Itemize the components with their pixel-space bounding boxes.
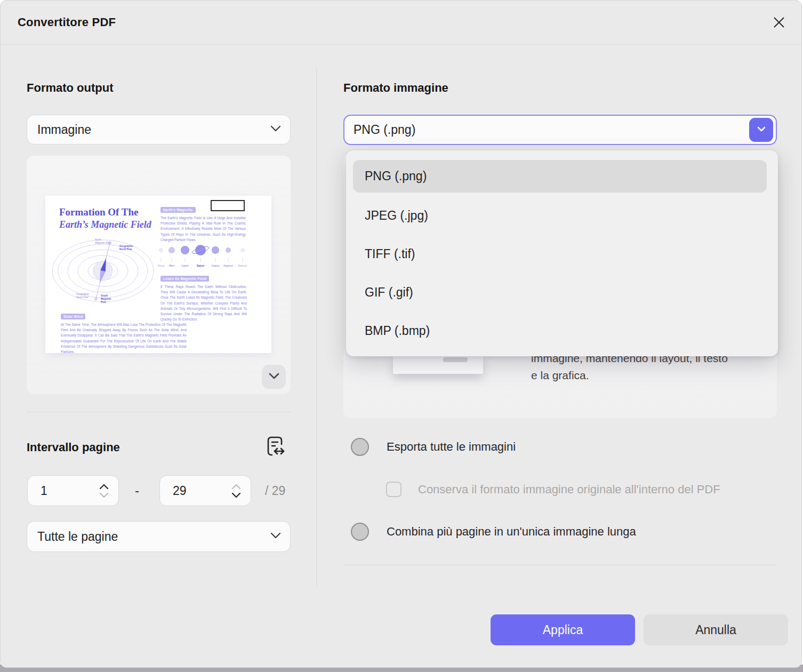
dropdown-option-tiff[interactable]: TIFF (.tif) [353, 238, 767, 270]
planet-label: Mercury [238, 265, 247, 267]
output-format-heading: Formato output [27, 81, 114, 95]
image-format-value: PNG (.png) [344, 123, 415, 137]
column-divider [316, 67, 317, 587]
pages-mode-value: Tutte le pagine [27, 530, 118, 544]
dialog-title: Convertitore PDF [18, 15, 116, 29]
preview-paragraph: If These Rays Reach The Earth Without Ob… [160, 284, 247, 322]
planet-label: Venus [158, 265, 165, 267]
planet-label: Uranus [212, 265, 220, 267]
output-format-select[interactable]: Immagine [27, 115, 291, 145]
right-section-divider [343, 565, 777, 565]
spinner-down-icon[interactable] [231, 492, 241, 498]
radio-label: Esporta tutte le immagini [387, 440, 516, 454]
page-illustration [393, 354, 483, 374]
preview-doc-subtitle: Earth’s Magnetic Field [59, 219, 151, 230]
range-from-value: 1 [28, 484, 99, 498]
chevron-down-icon [268, 372, 280, 381]
page-range-icon [264, 453, 285, 461]
pdf-converter-dialog: Convertitore PDF Formato output Immagine… [0, 0, 802, 668]
range-separator: - [135, 483, 139, 498]
keep-original-format-option: Conserva il formato immagine originale a… [386, 482, 720, 497]
preview-doc-title: Formation Of The [59, 206, 138, 218]
planets-illustration: Venus Mars Jupiter Saturn Uranus Neptune… [154, 242, 252, 269]
close-icon [771, 24, 787, 32]
format-description-line: e la grafica. [531, 367, 766, 384]
close-button[interactable] [770, 14, 788, 31]
dropdown-option-png[interactable]: PNG (.png) [353, 160, 767, 193]
pages-mode-select[interactable]: Tutte le pagine [27, 521, 291, 552]
checkbox-keep-original-format[interactable] [386, 482, 402, 497]
output-format-value: Immagine [27, 123, 91, 137]
image-format-dropdown-button[interactable] [749, 118, 773, 142]
pdf-page-preview: Formation Of The Earth’s Magnetic Field … [45, 196, 271, 353]
preview-selection-box [211, 200, 245, 211]
apply-button[interactable]: Applica [491, 614, 635, 645]
range-total-pages: / 29 [265, 484, 285, 498]
illustration-bar [443, 357, 468, 362]
diagram-label: South Magnetic Pole [101, 294, 111, 305]
combine-pages-option: Combina più pagine in un'unica immagine … [351, 523, 636, 541]
radio-export-all-images[interactable] [351, 438, 369, 456]
image-format-heading: Formato immagine [343, 81, 448, 95]
range-to-value: 29 [160, 484, 231, 498]
image-format-select[interactable]: PNG (.png) [343, 115, 777, 145]
dropdown-option-bmp[interactable]: BMP (.bmp) [353, 315, 767, 347]
export-all-images-option: Esporta tutte le immagini [351, 438, 516, 456]
chevron-down-icon [270, 125, 282, 134]
preview-section-badge: Solar Wind [61, 314, 85, 319]
image-format-dropdown: PNG (.png) JPEG (.jpg) TIFF (.tif) GIF (… [346, 150, 778, 356]
radio-combine-pages[interactable] [351, 523, 369, 541]
spinner-up-icon[interactable] [231, 484, 241, 490]
chevron-down-icon [757, 126, 766, 134]
range-to-input[interactable]: 29 [159, 475, 251, 506]
planet-label: Saturn [197, 265, 205, 267]
cancel-button[interactable]: Annulla [644, 614, 788, 645]
page-range-button[interactable] [264, 435, 285, 459]
preview-next-page-button[interactable] [262, 365, 286, 389]
planet-label: Mars [169, 265, 175, 267]
preview-section-badge: Loses Its Magnetic Field [160, 276, 209, 282]
planet-label: Neptune [223, 265, 233, 267]
preview-paragraph: At The Same Time, The Atmosphere Will Al… [61, 322, 187, 355]
preview-section-badge: Earth's Magnetic [160, 207, 196, 213]
diagram-label: North Magnetic Pole [95, 238, 110, 245]
diagram-label: Geographic South Pole [76, 293, 89, 299]
title-bar: Convertitore PDF [1, 1, 801, 45]
dropdown-option-gif[interactable]: GIF (.gif) [353, 276, 767, 309]
chevron-down-icon [270, 532, 282, 541]
planet-label: Jupiter [181, 265, 189, 267]
radio-label: Combina più pagine in un'unica immagine … [387, 525, 636, 539]
spinner-down-icon[interactable] [99, 492, 109, 498]
page-range-heading: Intervallo pagine [27, 441, 120, 454]
checkbox-label: Conserva il formato immagine originale a… [418, 483, 720, 497]
range-from-input[interactable]: 1 [27, 475, 119, 506]
dropdown-option-jpeg[interactable]: JPEG (.jpg) [353, 199, 767, 232]
preview-card: Formation Of The Earth’s Magnetic Field … [27, 156, 291, 394]
diagram-label: Geographic North Pole [119, 245, 133, 251]
spinner-up-icon[interactable] [99, 484, 109, 490]
preview-paragraph: The Earth's Magnetic Field Is Like A Hug… [160, 215, 246, 243]
left-section-divider [26, 412, 291, 412]
